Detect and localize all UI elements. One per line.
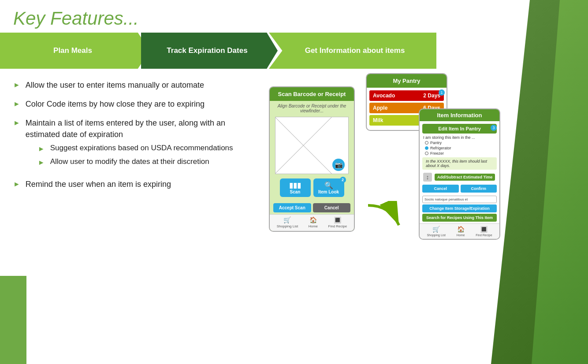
scan-nav-recipe-label: Find Recipe <box>328 224 347 228</box>
bullet-text-2: Maintain a list of items entered by the … <box>26 119 225 138</box>
info-header: Item Information <box>420 109 499 121</box>
scan-action-row: ▮▮▮ Scan 2 🔍 Item Look <box>270 176 354 200</box>
radio-refrigerator[interactable]: Refrigerator <box>425 146 494 150</box>
phones-area: Scan Barcode or Receipt Align Barcode or… <box>269 73 575 232</box>
bullet-item-3: ► Remind the user when an item is expiri… <box>13 179 260 190</box>
pantry-header: My Pantry <box>367 74 447 88</box>
green-arrow <box>364 201 403 232</box>
scan-nav-recipe[interactable]: 🔳 Find Recipe <box>328 216 347 228</box>
bullet-item-1: ► Color Code items by how close they are… <box>13 99 260 110</box>
radio-label-freezer: Freezer <box>430 151 444 156</box>
bullet-arrow-icon-0: ► <box>13 81 20 89</box>
phone-scan: Scan Barcode or Receipt Align Barcode or… <box>269 86 355 232</box>
pantry-item-wrap-0: 1 Avocado 2 Days <box>369 90 444 101</box>
info-change-button[interactable]: Change Item Storage/Expiration <box>422 204 497 212</box>
bullet-arrow-icon-3: ► <box>13 180 20 188</box>
sub-bullets-2: ► Suggest expirations based on USDA reco… <box>38 144 260 167</box>
info-nav-shopping-label: Shopping List <box>427 234 445 237</box>
pantry-item-days-0: 2 Days <box>423 93 440 99</box>
banner-row: Plan Meals Track Expiration Dates Get In… <box>0 33 491 69</box>
info-add-sub-row: ↕ Add/Subtract Estimated Time <box>420 171 499 183</box>
bullet-arrow-icon-1: ► <box>13 100 20 108</box>
sub-bullet-text-1: Allow user to modify the dates at their … <box>50 157 209 166</box>
radio-circle-pantry <box>425 141 428 145</box>
phone-info: Item Information 3 Edit Item In Pantry I… <box>419 108 500 240</box>
scan-nav-home[interactable]: 🏠 Home <box>309 216 318 228</box>
info-nav-recipe[interactable]: 🔳 Find Recipe <box>476 226 492 237</box>
info-recipe-icon: 🔳 <box>480 226 488 233</box>
radio-pantry[interactable]: Pantry <box>425 141 494 145</box>
add-sub-icon: ↕ <box>423 173 432 182</box>
info-confirm-button[interactable]: Confirm <box>461 185 497 193</box>
scan-nav-shopping-label: Shopping List <box>277 224 298 228</box>
radio-freezer[interactable]: Freezer <box>425 151 494 156</box>
home-icon: 🏠 <box>309 216 317 223</box>
info-edit-button[interactable]: Edit Item In Pantry <box>422 124 497 134</box>
info-bottom-nav: 🛒 Shopping List 🏠 Home 🔳 Find Recipe <box>420 223 499 239</box>
page-title: Key Features... <box>0 0 588 33</box>
info-shopping-icon: 🛒 <box>432 226 440 233</box>
main-content: ► Allow the user to enter items manually… <box>0 69 588 232</box>
scan-icon: ▮▮▮ <box>284 181 306 189</box>
bullet-list: ► Allow the user to enter items manually… <box>13 78 260 232</box>
shopping-cart-icon: 🛒 <box>283 216 291 223</box>
pantry-item-avocado[interactable]: Avocado 2 Days <box>369 90 444 101</box>
info-italic-text: In the XXXXX, this item should last abou… <box>422 157 497 170</box>
scan-phone-subtext: Align Barcode or Receipt under the viewf… <box>270 101 354 115</box>
info-nav-shopping[interactable]: 🛒 Shopping List <box>427 226 445 237</box>
sub-bullet-1: ► Allow user to modify the dates at thei… <box>38 157 260 167</box>
bullet-text-3: Remind the user when an item is expiring <box>26 179 171 190</box>
sub-bullet-text-0: Suggest expirations based on USDA recomm… <box>50 144 233 152</box>
bullet-item-2: ► Maintain a list of items entered by th… <box>13 118 260 171</box>
scan-badge-2: 2 <box>340 177 346 183</box>
info-nav-home-label: Home <box>457 234 465 237</box>
scan-action-item-look[interactable]: 2 🔍 Item Look <box>313 178 344 197</box>
banner-label-1: Plan Meals <box>53 46 92 55</box>
bullet-item-0: ► Allow the user to enter items manually… <box>13 80 260 91</box>
bullet-text-0: Allow the user to enter items manually o… <box>26 80 204 91</box>
recipe-binoculars-icon: 🔳 <box>334 216 341 223</box>
scan-action-scan[interactable]: ▮▮▮ Scan <box>280 178 311 197</box>
banner-label-2: Track Expiration Dates <box>167 46 247 55</box>
info-dropdown[interactable]: Sociis natoque penatibus et <box>422 196 497 203</box>
info-storage-label: I am storing this item in the ... <box>420 135 499 141</box>
pantry-item-name-1: Apple <box>373 105 387 111</box>
info-nav-recipe-label: Find Recipe <box>476 234 492 237</box>
scan-nav-shopping[interactable]: 🛒 Shopping List <box>277 216 298 228</box>
pantry-badge: 1 <box>439 89 445 96</box>
page-content: Key Features... Plan Meals Track Expirat… <box>0 0 588 364</box>
banner-label-3: Get Information about items <box>305 46 405 55</box>
scan-viewfinder: 📷 <box>275 117 349 174</box>
bullet-arrow-icon-2: ► <box>13 119 20 127</box>
pantry-item-name-0: Avocado <box>373 93 395 99</box>
item-look-icon: 🔍 <box>318 181 340 189</box>
radio-circle-freezer <box>425 152 428 155</box>
banner-plan-meals: Plan Meals <box>0 33 150 69</box>
banner-get-information: Get Information about items <box>269 33 436 69</box>
info-search-button[interactable]: Search for Recipes Using This Item <box>422 214 497 222</box>
camera-button[interactable]: 📷 <box>332 159 345 171</box>
sub-bullet-arrow-1: ► <box>38 159 45 167</box>
radio-label-refrigerator: Refrigerator <box>430 146 451 150</box>
info-confirm-row: Cancel Confirm <box>420 183 499 194</box>
bullet-text-1: Color Code items by how close they are t… <box>26 99 205 110</box>
info-badge-wrap: 3 Edit Item In Pantry <box>420 124 499 134</box>
scan-nav-home-label: Home <box>309 224 318 228</box>
info-badge: 3 <box>491 125 497 131</box>
accept-scan-button[interactable]: Accept Scan <box>273 203 311 212</box>
cancel-scan-button[interactable]: Cancel <box>313 203 351 212</box>
add-sub-label[interactable]: Add/Subtract Estimated Time <box>435 174 495 181</box>
info-cancel-button[interactable]: Cancel <box>422 185 459 193</box>
scan-phone-header: Scan Barcode or Receipt <box>270 87 354 101</box>
radio-circle-refrigerator <box>425 146 428 150</box>
radio-label-pantry: Pantry <box>430 141 442 145</box>
banner-track-expiration: Track Expiration Dates <box>141 33 278 69</box>
item-look-label: Item Look <box>318 189 340 194</box>
scan-buttons: Accept Scan Cancel <box>270 200 354 214</box>
sub-bullet-0: ► Suggest expirations based on USDA reco… <box>38 144 260 153</box>
info-home-icon: 🏠 <box>457 226 465 233</box>
info-nav-home[interactable]: 🏠 Home <box>457 226 465 237</box>
info-radio-group: Pantry Refrigerator Freezer <box>420 141 499 156</box>
sub-bullet-arrow-0: ► <box>38 145 45 153</box>
scan-bottom-nav: 🛒 Shopping List 🏠 Home 🔳 Find Recipe <box>270 214 354 231</box>
